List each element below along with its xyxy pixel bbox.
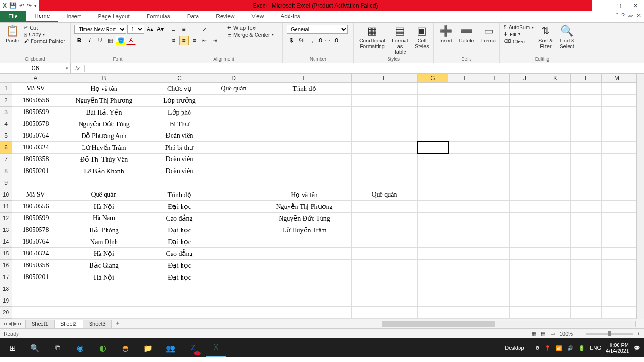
border-button[interactable]: ▦ [106,36,115,45]
cell-F2[interactable] [352,95,418,107]
cell-I1[interactable] [479,83,510,95]
cell-B12[interactable]: Hà Nam [59,213,149,224]
cell-B19[interactable] [59,295,149,307]
cell-G14[interactable] [418,236,448,248]
cell-E5[interactable] [257,130,352,142]
cell-H5[interactable] [448,130,479,142]
cell-M7[interactable] [602,154,632,165]
row-header-12[interactable]: 12 [0,213,12,224]
cell-G15[interactable] [418,248,448,260]
cell-I10[interactable] [479,189,510,201]
cell-J9[interactable] [510,177,540,189]
cell-G6[interactable] [418,142,448,154]
cell-A5[interactable]: 18050764 [12,130,59,142]
cell-E2[interactable] [257,95,352,107]
cell-H7[interactable] [448,154,479,165]
cell-H10[interactable] [448,189,479,201]
cell-I11[interactable] [479,201,510,213]
window-restore-icon[interactable]: ▱ [628,12,633,19]
delete-cells-button[interactable]: ➖Delete [457,25,476,44]
cell-J20[interactable] [510,307,540,319]
view-normal-icon[interactable]: ▦ [531,330,536,337]
cell-A14[interactable]: 18050764 [12,236,59,248]
cell-C9[interactable] [149,177,210,189]
cell-L18[interactable] [571,283,602,295]
orientation-icon[interactable]: ↗ [200,25,209,34]
cell-A3[interactable]: 18050599 [12,107,59,118]
cell-F13[interactable] [352,224,418,236]
decrease-decimal-icon[interactable]: ←.0 [328,36,338,45]
cell-F7[interactable] [352,154,418,165]
cell-F6[interactable] [352,142,418,154]
cell-E13[interactable]: Lữ Huyền Trâm [257,224,352,236]
cell-I5[interactable] [479,130,510,142]
new-sheet-icon[interactable]: ✦ [112,321,124,327]
comma-icon[interactable]: , [307,36,317,45]
row-header-13[interactable]: 13 [0,224,12,236]
cell-I2[interactable] [479,95,510,107]
close-button[interactable]: ✕ [627,0,644,11]
column-header-G[interactable]: G [418,74,448,82]
cell-A15[interactable]: 18050324 [12,248,59,260]
cell-B6[interactable]: Lữ Huyền Trâm [59,142,149,154]
collapse-ribbon-icon[interactable]: ˆ [616,12,618,19]
cell-K7[interactable] [540,154,571,165]
cell-J11[interactable] [510,201,540,213]
paste-button[interactable]: 📋 Paste [4,25,21,44]
cell-M20[interactable] [602,307,632,319]
sheet-tab-1[interactable]: Sheet1 [25,320,54,328]
cell-J15[interactable] [510,248,540,260]
sheet-tab-2[interactable]: Sheet2 [54,320,83,328]
cell-A4[interactable]: 18050578 [12,118,59,130]
cell-B5[interactable]: Đỗ Phương Anh [59,130,149,142]
cell-L2[interactable] [571,95,602,107]
cell-L20[interactable] [571,307,602,319]
cell-H8[interactable] [448,165,479,177]
column-header-I[interactable]: I [479,74,510,82]
cell-B1[interactable]: Họ và tên [59,83,149,95]
cell-H17[interactable] [448,272,479,283]
sheet-nav-next-icon[interactable]: ▶ [13,321,17,326]
cell-B10[interactable]: Quê quán [59,189,149,201]
undo-icon[interactable]: ↶ [19,2,24,9]
cell-L7[interactable] [571,154,602,165]
horizontal-scrollbar[interactable] [382,321,636,327]
cell-K3[interactable] [540,107,571,118]
cell-C2[interactable]: Lớp trưởng [149,95,210,107]
cell-I3[interactable] [479,107,510,118]
cell-D18[interactable] [210,283,257,295]
cell-D7[interactable] [210,154,257,165]
row-header-5[interactable]: 5 [0,130,12,142]
cell-E14[interactable] [257,236,352,248]
column-header-E[interactable]: E [257,74,352,82]
cell-A19[interactable] [12,295,59,307]
cell-A8[interactable]: 18050201 [12,165,59,177]
cell-G8[interactable] [418,165,448,177]
row-header-16[interactable]: 16 [0,260,12,272]
cell-H1[interactable] [448,83,479,95]
cell-L11[interactable] [571,201,602,213]
cell-I6[interactable] [479,142,510,154]
font-name-select[interactable]: Times New Roman [74,25,126,34]
cell-K2[interactable] [540,95,571,107]
cell-C1[interactable]: Chức vụ [149,83,210,95]
cell-F17[interactable] [352,272,418,283]
row-header-8[interactable]: 8 [0,165,12,177]
number-format-select[interactable]: General [287,25,348,34]
merge-center-button[interactable]: ⊟Merge & Center ▾ [227,32,274,38]
row-header-19[interactable]: 19 [0,295,12,307]
cell-F20[interactable] [352,307,418,319]
cell-I13[interactable] [479,224,510,236]
row-header-7[interactable]: 7 [0,154,12,165]
cell-L14[interactable] [571,236,602,248]
cell-G9[interactable] [418,177,448,189]
cell-H19[interactable] [448,295,479,307]
tab-review[interactable]: Review [207,11,243,22]
cell-M18[interactable] [602,283,632,295]
vertical-scrollbar[interactable] [636,74,644,319]
formula-input[interactable] [85,65,644,72]
cell-K15[interactable] [540,248,571,260]
tab-home[interactable]: Home [26,11,58,22]
cell-K20[interactable] [540,307,571,319]
cell-J4[interactable] [510,118,540,130]
